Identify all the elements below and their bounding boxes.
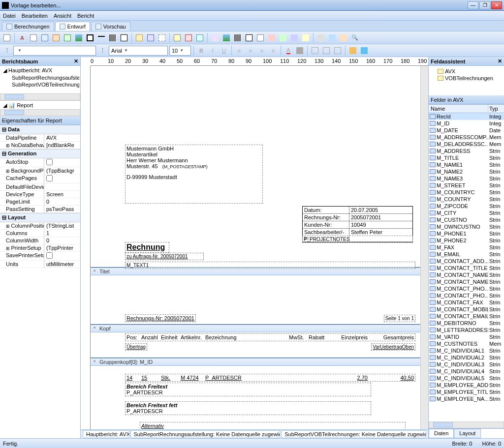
anchor1-button[interactable]: [310, 46, 320, 56]
detail-row[interactable]: 14 15 Stk. M 4724 P_ARTDESCR 2,70 40,50: [125, 374, 415, 382]
tree-hscroll[interactable]: [0, 93, 80, 100]
image-tool[interactable]: [74, 33, 84, 43]
field-list[interactable]: RecIdIntegM_IDIntegM_DATEDateM_ADDRESSCO…: [429, 113, 504, 421]
dbrich-tool[interactable]: [195, 33, 205, 43]
subreport-tool[interactable]: [146, 33, 156, 43]
barcode-tool[interactable]: [108, 33, 118, 43]
field-row[interactable]: M_CONTACT_PHO...Strin: [429, 292, 504, 299]
band-kopf[interactable]: Kopf: [91, 325, 420, 332]
field-row[interactable]: M_PHONE2Strin: [429, 237, 504, 244]
autostop-checkbox[interactable]: [46, 159, 53, 165]
menu-datei[interactable]: Datei: [3, 13, 16, 19]
field-row[interactable]: M_STREETStrin: [429, 182, 504, 189]
report-tree[interactable]: ◢ Hauptbericht: AVX SubReportRechnungsau…: [0, 66, 80, 93]
property-grid[interactable]: ⊟ Data DataPipelineAVX NoDataBehaviors[n…: [0, 125, 80, 438]
dbcheckbox-tool[interactable]: [244, 33, 254, 43]
extra7-tool[interactable]: [339, 33, 348, 43]
menu-bearbeiten[interactable]: Bearbeiten: [22, 13, 48, 19]
field-row[interactable]: M_CONTACT_MOBILStrin: [429, 306, 504, 313]
tree-child-2[interactable]: SubReportVOBTeilrechnung: [1, 81, 79, 88]
handle-icon[interactable]: ⋮: [2, 46, 12, 56]
tree-child-1[interactable]: SubReportRechnungsaufste: [1, 74, 79, 81]
propcat-layout[interactable]: ⊟ Layout: [0, 213, 80, 222]
field-row[interactable]: M_C_INDIVIDUAL5Strin: [429, 375, 504, 382]
menu-bericht[interactable]: Bericht: [77, 13, 94, 19]
pipeline-tree[interactable]: AVX VOBTeilrechnungen: [429, 66, 504, 95]
field-row[interactable]: M_C_INDIVIDUAL2Strin: [429, 354, 504, 361]
handle2-icon[interactable]: ⋮: [97, 46, 107, 56]
send-back-button[interactable]: [359, 46, 369, 56]
font-size-combo[interactable]: 10▼: [169, 46, 191, 56]
field-row[interactable]: M_COUNTRYStrin: [429, 196, 504, 203]
extra4-tool[interactable]: [301, 33, 311, 43]
dbimage-tool[interactable]: [221, 33, 231, 43]
tree-root[interactable]: ◢ Hauptbericht: AVX: [1, 67, 79, 74]
extra3-tool[interactable]: [289, 33, 299, 43]
align-right-button[interactable]: ≡: [257, 46, 267, 56]
align-left-button[interactable]: ≡: [234, 46, 244, 56]
design-canvas[interactable]: Mustermann GmbH Musterartikel Herr Werne…: [91, 66, 420, 429]
alternativ-block[interactable]: Alternativ 15 Stk. M 4724 P_ARTDESCR 2,7…: [140, 422, 406, 429]
report-tree2[interactable]: ◢ 📊 Report: [0, 100, 80, 109]
crosstab-tool[interactable]: [255, 33, 265, 43]
tree-report-node[interactable]: ◢ 📊 Report: [1, 102, 79, 109]
richtext-tool[interactable]: [40, 33, 50, 43]
bold-button[interactable]: B: [196, 46, 206, 56]
uebertrag-label[interactable]: Übertrag: [125, 343, 147, 351]
field-row[interactable]: M_CITYStrin: [429, 209, 504, 216]
band-gruppenkopf[interactable]: Gruppenkopf[0]: M_ID: [91, 358, 420, 366]
align-center-button[interactable]: ≡: [246, 46, 255, 56]
bottomtab-sub2[interactable]: SubReportVOBTeilrechnungen: Keine Datenq…: [281, 430, 426, 438]
column-headers[interactable]: Pos: Anzahl Einheit Artikelnr. Bezeichnu…: [125, 333, 415, 341]
rtab-layout[interactable]: Layout: [454, 429, 481, 438]
extra6-tool[interactable]: [327, 33, 337, 43]
field-row[interactable]: M_EMPLOYEE_TITLEStrin: [429, 388, 504, 395]
dbmemo-tool[interactable]: [184, 33, 193, 43]
field-row[interactable]: M_CONTACT_EMAILStrin: [429, 313, 504, 320]
field-row[interactable]: M_DEBITORNOStrin: [429, 320, 504, 327]
tab-entwurf[interactable]: Entwurf: [55, 22, 90, 31]
field-row[interactable]: M_EMPLOYEE_NA...Strin: [429, 395, 504, 402]
menu-ansicht[interactable]: Ansicht: [54, 13, 71, 19]
field-row[interactable]: M_CONTACT_NAME2Strin: [429, 278, 504, 285]
pagebreak-tool[interactable]: [157, 33, 167, 43]
checkbox-tool[interactable]: [119, 33, 129, 43]
extra5-tool[interactable]: [316, 33, 326, 43]
extra2-tool[interactable]: [278, 33, 288, 43]
pipeline-vob[interactable]: VOBTeilrechnungen: [431, 75, 502, 82]
minimize-button[interactable]: —: [468, 1, 478, 9]
align-justify-button[interactable]: ≡: [268, 46, 278, 56]
field-row[interactable]: M_PHONE1Strin: [429, 230, 504, 237]
anchor2-button[interactable]: [321, 46, 331, 56]
line-tool[interactable]: [96, 33, 106, 43]
field-row[interactable]: M_VATIDStrin: [429, 333, 504, 340]
dbbarcode-tool[interactable]: [233, 33, 243, 43]
field-row[interactable]: M_NAME2Strin: [429, 168, 504, 175]
tab-vorschau[interactable]: Vorschau: [91, 22, 130, 31]
field-row[interactable]: M_ZIPCODEStrin: [429, 203, 504, 209]
region-tool[interactable]: [134, 33, 144, 43]
field-row[interactable]: M_DELADDRESSC...Mem: [429, 141, 504, 148]
field-row[interactable]: M_CONTACT_ADD...Strin: [429, 258, 504, 265]
fieldlist-hscroll[interactable]: [429, 421, 504, 428]
italic-button[interactable]: I: [208, 46, 218, 56]
field-row[interactable]: M_LETTERADDRESSStrin: [429, 327, 504, 333]
shape-tool[interactable]: [85, 33, 95, 43]
object-combo[interactable]: ▼: [13, 46, 96, 56]
field-row[interactable]: M_CUSTNOTESMem: [429, 340, 504, 347]
m-text1[interactable]: M_TEXT1: [125, 262, 415, 269]
field-row[interactable]: M_NAME3Strin: [429, 175, 504, 182]
font-color-button[interactable]: A: [284, 46, 293, 56]
varuebertrag[interactable]: VarUebertragOben: [371, 343, 415, 351]
field-row[interactable]: M_CONTACT_PHO...Strin: [429, 285, 504, 292]
bereich-freitext-fett[interactable]: Bereich Freitext fett P_ARTDESCR: [125, 401, 371, 415]
field-row[interactable]: M_CONTACT_NAME1Strin: [429, 271, 504, 278]
cachepages-checkbox[interactable]: [46, 175, 53, 181]
project-notes[interactable]: P_PROJECTNOTES: [302, 236, 413, 243]
dbtext-tool[interactable]: [172, 33, 182, 43]
font-family-combo[interactable]: Arial▼: [109, 46, 168, 56]
title-rechnung[interactable]: Rechnung: [125, 242, 169, 253]
field-row[interactable]: M_C_INDIVIDUAL3Strin: [429, 361, 504, 368]
field-row[interactable]: RecIdInteg: [429, 113, 504, 120]
memo-tool[interactable]: [29, 33, 38, 43]
